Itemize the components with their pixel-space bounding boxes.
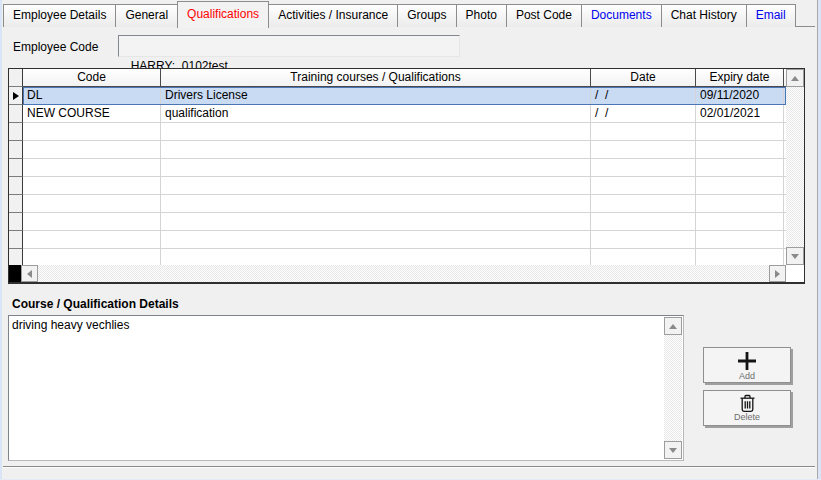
details-scroll-down-button[interactable]	[664, 441, 682, 459]
grid-cell-code	[23, 177, 161, 195]
grid-scroll-up-button[interactable]	[786, 69, 804, 87]
tab-activities-insurance[interactable]: Activities / Insurance	[268, 4, 398, 27]
tab-bar: Employee DetailsGeneralQualificationsAct…	[3, 2, 815, 27]
grid-cell-date	[591, 159, 696, 177]
grid-row[interactable]: NEW COURSEqualification/ /02/01/2021	[9, 105, 786, 123]
grid-row-empty[interactable]	[9, 213, 786, 231]
tab-photo[interactable]: Photo	[456, 4, 507, 27]
arrow-down-icon	[669, 448, 677, 453]
row-selector-cell[interactable]	[9, 249, 23, 265]
grid-cell-expiry	[696, 249, 784, 265]
column-header-code[interactable]: Code	[23, 69, 161, 87]
employee-code-field[interactable]: HARRY: 0102test	[118, 35, 460, 57]
arrow-up-icon	[669, 324, 677, 329]
grid-cell-date: / /	[591, 87, 696, 105]
grid-scroll-left-button[interactable]	[21, 265, 38, 282]
course-details-text: driving heavy vechlies	[12, 318, 661, 333]
grid-scrollbar-corner	[786, 265, 804, 282]
details-scroll-up-button[interactable]	[664, 317, 682, 335]
grid-cell-code	[23, 141, 161, 159]
grid-cell-expiry	[696, 195, 784, 213]
column-header-expiry-date[interactable]: Expiry date	[696, 69, 784, 87]
row-selector-cell[interactable]	[9, 159, 23, 177]
qualifications-grid: CodeTraining courses / QualificationsDat…	[8, 68, 805, 283]
row-selector-cell[interactable]	[9, 105, 23, 123]
row-selector-cell[interactable]	[9, 195, 23, 213]
trash-icon	[739, 394, 756, 413]
grid-row-empty[interactable]	[9, 249, 786, 265]
grid-vertical-scrollbar[interactable]	[786, 69, 804, 265]
grid-scroll-down-button[interactable]	[786, 247, 804, 265]
grid-cell-course	[161, 159, 591, 177]
course-details-textarea[interactable]: driving heavy vechlies	[8, 315, 684, 461]
grid-cell-code: DL	[23, 87, 161, 105]
grid-row-empty[interactable]	[9, 159, 786, 177]
grid-header-row: CodeTraining courses / QualificationsDat…	[9, 69, 786, 87]
grid-cell-code	[23, 249, 161, 265]
grid-cell-code	[23, 123, 161, 141]
tab-employee-details[interactable]: Employee Details	[3, 4, 116, 27]
delete-button[interactable]: Delete	[703, 390, 791, 426]
column-header-training-courses-qualifications[interactable]: Training courses / Qualifications	[161, 69, 591, 87]
grid-hscroll-track[interactable]	[38, 265, 769, 282]
grid-cell-course	[161, 195, 591, 213]
grid-cell-date	[591, 213, 696, 231]
grid-row[interactable]: DLDrivers License/ /09/11/2020	[9, 87, 786, 105]
grid-cell-date	[591, 231, 696, 249]
grid-row-empty[interactable]	[9, 141, 786, 159]
row-selector-cell[interactable]	[9, 231, 23, 249]
tab-general[interactable]: General	[115, 4, 178, 27]
arrow-right-icon	[775, 270, 780, 278]
grid-cell-expiry	[696, 159, 784, 177]
hscrollbar-origin-box	[9, 265, 21, 282]
grid-cell-date	[591, 195, 696, 213]
bottom-divider	[3, 466, 815, 468]
tab-groups[interactable]: Groups	[397, 4, 456, 27]
row-selector-cell[interactable]	[9, 141, 23, 159]
grid-cell-expiry	[696, 123, 784, 141]
add-button[interactable]: Add	[703, 347, 791, 383]
grid-cell-course	[161, 123, 591, 141]
grid-scroll-right-button[interactable]	[769, 265, 786, 282]
grid-cell-date: / /	[591, 105, 696, 123]
grid-row-empty[interactable]	[9, 231, 786, 249]
arrow-down-icon	[791, 254, 799, 259]
employee-code-label: Employee Code	[13, 40, 98, 54]
tab-qualifications[interactable]: Qualifications	[177, 1, 269, 28]
arrow-up-icon	[791, 76, 799, 81]
grid-row-empty[interactable]	[9, 195, 786, 213]
grid-cell-date	[591, 141, 696, 159]
row-selector-header	[9, 69, 23, 87]
tab-documents[interactable]: Documents	[581, 4, 662, 27]
grid-cell-expiry	[696, 177, 784, 195]
grid-row-empty[interactable]	[9, 177, 786, 195]
row-selector-cell[interactable]	[9, 123, 23, 141]
current-row-arrow-icon	[13, 92, 19, 100]
details-vscroll-track[interactable]	[664, 335, 682, 441]
row-selector-cell[interactable]	[9, 213, 23, 231]
tab-post-code[interactable]: Post Code	[506, 4, 582, 27]
grid-cell-code	[23, 231, 161, 249]
grid-horizontal-scrollbar[interactable]	[9, 265, 786, 282]
grid-cell-course	[161, 249, 591, 265]
grid-cell-expiry	[696, 213, 784, 231]
tab-chat-history[interactable]: Chat History	[661, 4, 747, 27]
grid-cell-expiry: 09/11/2020	[696, 87, 784, 105]
grid-cell-course	[161, 177, 591, 195]
details-vertical-scrollbar[interactable]	[664, 317, 682, 459]
column-header-date[interactable]: Date	[591, 69, 696, 87]
grid-cell-date	[591, 123, 696, 141]
grid-cell-expiry: 02/01/2021	[696, 105, 784, 123]
grid-cell-code	[23, 159, 161, 177]
grid-cell-date	[591, 177, 696, 195]
plus-icon	[735, 350, 759, 372]
arrow-left-icon	[27, 270, 32, 278]
row-selector-cell[interactable]	[9, 177, 23, 195]
grid-vscroll-track[interactable]	[786, 87, 804, 247]
add-button-label: Add	[739, 372, 755, 381]
row-selector-cell[interactable]	[9, 87, 23, 105]
grid-cell-course	[161, 231, 591, 249]
grid-row-empty[interactable]	[9, 123, 786, 141]
tab-email[interactable]: Email	[746, 4, 796, 27]
grid-cell-course	[161, 141, 591, 159]
